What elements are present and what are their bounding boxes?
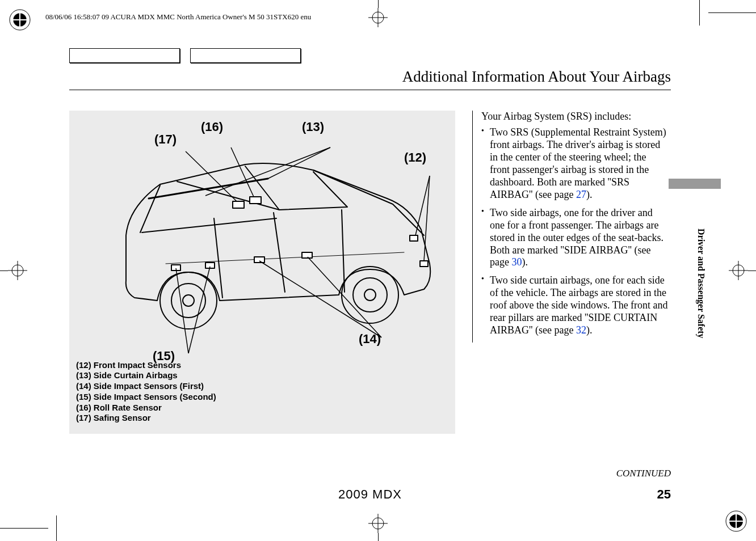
reg-mark-br [725,510,747,532]
crop-mark [708,12,756,13]
center-mark-bottom [368,514,388,533]
svg-line-42 [259,261,381,337]
header-placeholder-boxes [69,48,301,63]
bullet-item: Two side airbags, one for the driver and… [490,207,668,269]
svg-point-21 [160,272,217,329]
legend-item: (17) Safing Sensor [76,413,216,424]
intro-text: Your Airbag System (SRS) includes: [481,111,668,123]
crop-mark [378,0,379,8]
center-mark-right [729,261,748,280]
svg-rect-31 [410,235,418,241]
crop-mark [699,0,700,26]
crop-mark [0,270,8,271]
section-tab-bar [669,179,721,189]
header-box [69,48,180,63]
header-box [190,48,301,63]
callout-13: (13) [302,120,324,134]
center-mark-top [368,8,388,27]
section-tab-label: Driver and Passenger Safety [696,218,706,349]
legend-item: (13) Side Curtain Airbags [76,370,216,381]
callout-12: (12) [404,150,426,165]
legend-item: (15) Side Impact Sensors (Second) [76,392,216,403]
svg-line-43 [188,267,210,353]
callout-17: (17) [154,132,177,147]
diagram-legend: (12) Front Impact Sensors (13) Side Curt… [76,360,216,424]
airbag-diagram: (17) (16) (13) (12) (14) (15) (12) Front… [69,111,455,434]
page-content: Additional Information About Your Airbag… [69,48,671,502]
svg-line-44 [176,268,188,353]
crop-mark [56,515,57,541]
page-ref-link[interactable]: 27 [576,189,586,200]
svg-point-25 [353,278,387,312]
crop-mark [0,528,48,529]
page-ref-link[interactable]: 30 [511,256,522,268]
svg-rect-32 [420,261,428,267]
page-number: 25 [657,487,671,502]
legend-item: (14) Side Impact Sensors (First) [76,381,216,392]
continued-label: CONTINUED [616,468,671,479]
svg-rect-27 [254,257,264,263]
bullet-item: Two side curtain airbags, one for each s… [490,274,668,337]
svg-point-26 [364,289,376,301]
svg-point-23 [183,295,194,306]
crop-mark [748,270,756,271]
bullet-item: Two SRS (Supplemental Restraint System) … [490,126,668,201]
body-text: Your Airbag System (SRS) includes: Two S… [472,111,668,343]
crop-mark [378,533,379,541]
header-metadata: 08/06/06 16:58:07 09 ACURA MDX MMC North… [45,12,311,22]
legend-item: (12) Front Impact Sensors [76,360,216,371]
model-year: 2009 MDX [338,487,402,502]
svg-rect-34 [233,201,244,208]
svg-rect-28 [302,252,312,258]
legend-item: (16) Roll Rate Sensor [76,403,216,413]
callout-14: (14) [359,332,381,346]
callout-16: (16) [201,120,223,134]
svg-rect-33 [250,197,261,204]
vehicle-illustration [86,122,450,360]
center-mark-left [8,261,27,280]
reg-mark-tl [9,9,31,31]
title-rule [69,90,671,90]
svg-point-24 [342,267,398,323]
page-title: Additional Information About Your Airbag… [402,68,671,86]
page-ref-link[interactable]: 32 [576,324,586,336]
svg-point-22 [171,284,205,318]
svg-line-38 [205,147,330,196]
